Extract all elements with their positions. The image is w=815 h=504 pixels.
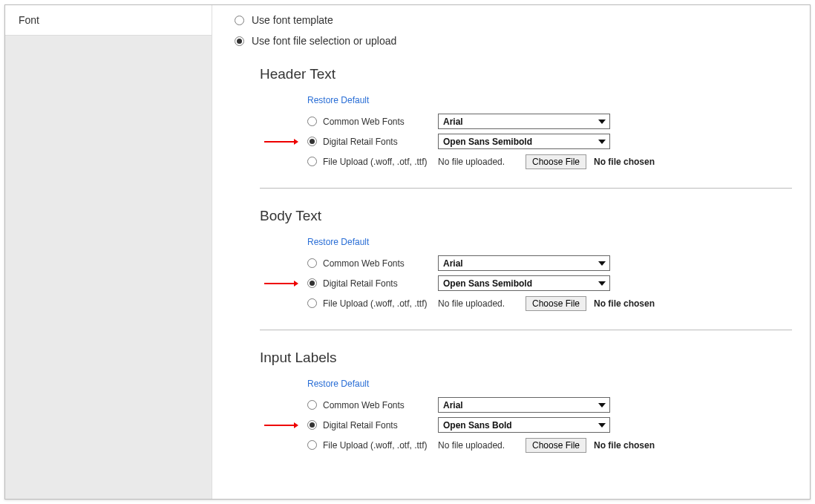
use-file-row[interactable]: Use font file selection or upload [235, 35, 792, 47]
settings-frame: Font Use font template Use font file sel… [4, 4, 811, 500]
arrow-annotation-icon [264, 422, 298, 429]
row-digital-fonts: Digital Retail Fonts Open Sans Bold [307, 415, 792, 435]
section-options: Restore Default Common Web Fonts Arial [307, 94, 792, 171]
file-upload-label: File Upload (.woff, .otf, .ttf) [323, 298, 428, 309]
section-options: Restore Default Common Web Fonts Arial [307, 236, 792, 313]
radio-digital-fonts[interactable] [307, 420, 317, 430]
radio-file-upload[interactable] [307, 440, 317, 450]
caret-icon [598, 140, 606, 144]
common-fonts-label: Common Web Fonts [323, 258, 405, 269]
section-divider [260, 188, 792, 189]
common-fonts-select-value: Arial [443, 400, 463, 410]
caret-icon [598, 120, 606, 124]
file-upload-label: File Upload (.woff, .otf, .ttf) [323, 157, 428, 167]
row-file-upload: File Upload (.woff, .otf, .ttf) No file … [307, 293, 792, 313]
arrow-annotation-icon [264, 138, 298, 145]
section-divider [260, 330, 792, 330]
common-fonts-select[interactable]: Arial [438, 255, 610, 271]
caret-icon [598, 281, 606, 286]
common-fonts-label: Common Web Fonts [323, 117, 405, 127]
section-body-text: Body Text Restore Default Common Web Fon… [260, 208, 792, 313]
row-file-upload: File Upload (.woff, .otf, .ttf) No file … [307, 435, 792, 455]
digital-fonts-select[interactable]: Open Sans Semibold [438, 275, 610, 291]
common-fonts-label: Common Web Fonts [323, 400, 405, 410]
digital-fonts-select-value: Open Sans Semibold [443, 278, 532, 289]
caret-icon [598, 261, 606, 266]
row-digital-fonts: Digital Retail Fonts Open Sans Semibold [307, 273, 792, 293]
section-title: Body Text [260, 208, 792, 224]
row-common-fonts: Common Web Fonts Arial [307, 253, 792, 273]
sidebar: Font [5, 5, 212, 499]
file-upload-label: File Upload (.woff, .otf, .ttf) [323, 440, 428, 451]
row-common-fonts: Common Web Fonts Arial [307, 395, 792, 415]
section-title: Input Labels [260, 350, 792, 366]
file-chosen-label: No file chosen [594, 157, 655, 167]
digital-fonts-select-value: Open Sans Semibold [443, 137, 532, 147]
digital-fonts-select[interactable]: Open Sans Bold [438, 417, 610, 433]
section-title: Header Text [260, 66, 792, 82]
row-digital-fonts: Digital Retail Fonts Open Sans Semibold [307, 131, 792, 151]
radio-digital-fonts[interactable] [307, 137, 317, 146]
file-chosen-label: No file chosen [594, 298, 655, 309]
file-upload-status: No file uploaded. [438, 440, 518, 451]
arrow-annotation-icon [264, 280, 298, 287]
restore-default-link[interactable]: Restore Default [307, 237, 369, 247]
radio-use-file[interactable] [235, 36, 244, 46]
digital-fonts-label: Digital Retail Fonts [323, 137, 398, 147]
common-fonts-select[interactable]: Arial [438, 114, 610, 129]
radio-file-upload[interactable] [307, 157, 317, 166]
common-fonts-select[interactable]: Arial [438, 397, 610, 413]
radio-common-fonts[interactable] [307, 258, 317, 268]
choose-file-button[interactable]: Choose File [526, 296, 586, 311]
digital-fonts-label: Digital Retail Fonts [323, 420, 398, 431]
digital-fonts-label: Digital Retail Fonts [323, 278, 398, 289]
caret-icon [598, 403, 606, 408]
radio-use-template[interactable] [235, 16, 244, 25]
row-common-fonts: Common Web Fonts Arial [307, 111, 792, 131]
choose-file-button[interactable]: Choose File [526, 438, 586, 453]
radio-common-fonts[interactable] [307, 117, 317, 126]
svg-marker-5 [294, 422, 298, 428]
restore-default-link[interactable]: Restore Default [307, 95, 369, 105]
use-file-label: Use font file selection or upload [252, 35, 396, 47]
common-fonts-select-value: Arial [443, 258, 463, 269]
choose-file-button[interactable]: Choose File [526, 154, 586, 169]
digital-fonts-select[interactable]: Open Sans Semibold [438, 134, 610, 149]
svg-marker-1 [294, 139, 298, 145]
radio-file-upload[interactable] [307, 298, 317, 308]
section-input-labels: Input Labels Restore Default Common Web … [260, 350, 792, 455]
svg-marker-3 [294, 281, 298, 287]
section-header-text: Header Text Restore Default Common Web F… [260, 66, 792, 171]
file-upload-status: No file uploaded. [438, 157, 518, 167]
sidebar-tab-font[interactable]: Font [5, 5, 212, 36]
common-fonts-select-value: Arial [443, 117, 463, 127]
use-template-row[interactable]: Use font template [235, 14, 792, 26]
row-file-upload: File Upload (.woff, .otf, .ttf) No file … [307, 151, 792, 171]
section-options: Restore Default Common Web Fonts Arial [307, 378, 792, 455]
radio-common-fonts[interactable] [307, 400, 317, 410]
use-template-label: Use font template [252, 14, 333, 26]
digital-fonts-select-value: Open Sans Bold [443, 420, 512, 431]
caret-icon [598, 423, 606, 428]
radio-digital-fonts[interactable] [307, 278, 317, 288]
file-upload-status: No file uploaded. [438, 298, 518, 309]
file-chosen-label: No file chosen [594, 440, 655, 451]
restore-default-link[interactable]: Restore Default [307, 379, 369, 389]
main-panel: Use font template Use font file selectio… [212, 5, 810, 499]
